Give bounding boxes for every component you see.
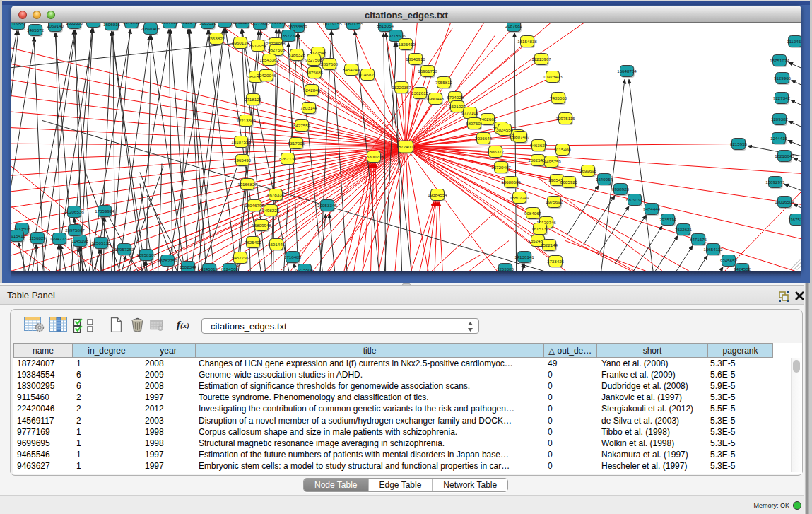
svg-text:8427552: 8427552: [293, 123, 311, 128]
svg-text:16809948: 16809948: [252, 223, 271, 228]
svg-text:1405572: 1405572: [27, 28, 45, 33]
svg-text:7886372: 7886372: [487, 149, 505, 154]
svg-text:17957253: 17957253: [114, 247, 134, 252]
svg-text:16648784: 16648784: [617, 69, 637, 74]
svg-text:3915413: 3915413: [11, 233, 26, 238]
svg-text:2036644: 2036644: [475, 136, 493, 141]
svg-text:8813054: 8813054: [377, 23, 394, 28]
svg-text:1052786: 1052786: [85, 23, 102, 24]
svg-text:10719155: 10719155: [322, 23, 342, 26]
svg-text:15751074: 15751074: [770, 58, 789, 63]
svg-text:1733426: 1733426: [547, 259, 565, 264]
svg-text:18724007: 18724007: [396, 144, 416, 149]
svg-text:16210643: 16210643: [775, 153, 794, 158]
svg-text:8454749: 8454749: [343, 67, 360, 72]
svg-text:2935114: 2935114: [659, 217, 676, 222]
svg-text:11325419: 11325419: [396, 42, 416, 47]
svg-text:12975115: 12975115: [555, 116, 575, 121]
svg-text:9317006: 9317006: [288, 141, 305, 146]
svg-text:12213967: 12213967: [531, 57, 551, 62]
svg-text:10688609: 10688609: [501, 180, 521, 185]
svg-text:1065326: 1065326: [199, 23, 217, 25]
svg-text:1071915: 1071915: [123, 23, 141, 25]
svg-text:20975867: 20975867: [65, 228, 85, 233]
svg-text:1606016: 1606016: [103, 23, 121, 27]
svg-text:8960124: 8960124: [232, 40, 249, 45]
svg-text:3875685: 3875685: [306, 70, 324, 75]
svg-text:6879197: 6879197: [626, 197, 644, 202]
svg-text:16782759: 16782759: [158, 258, 177, 263]
svg-text:9327508: 9327508: [305, 57, 323, 62]
svg-text:8990448: 8990448: [427, 96, 445, 101]
svg-text:7663822: 7663822: [208, 36, 225, 41]
svg-text:1691445: 1691445: [268, 242, 286, 247]
svg-text:9242848: 9242848: [303, 88, 321, 93]
svg-text:1975692: 1975692: [546, 199, 563, 204]
svg-text:8471676: 8471676: [690, 237, 707, 242]
svg-text:7632621: 7632621: [675, 227, 693, 232]
svg-text:8678334: 8678334: [267, 192, 285, 197]
svg-text:9463627: 9463627: [530, 143, 548, 148]
svg-text:9827503: 9827503: [268, 47, 286, 52]
svg-text:16154838: 16154838: [517, 39, 537, 44]
svg-text:10958107: 10958107: [136, 252, 156, 257]
svg-text:2087682: 2087682: [505, 23, 523, 28]
svg-text:16033809: 16033809: [288, 24, 307, 29]
svg-text:10973493: 10973493: [543, 74, 563, 79]
svg-text:9245652: 9245652: [720, 258, 738, 263]
svg-text:15692971: 15692971: [765, 180, 785, 185]
svg-text:10807487: 10807487: [510, 134, 530, 139]
svg-text:15720407: 15720407: [491, 165, 511, 170]
svg-text:16961758: 16961758: [418, 69, 437, 74]
svg-text:8267130: 8267130: [279, 156, 297, 161]
svg-text:18807249: 18807249: [510, 195, 529, 200]
svg-text:10671355: 10671355: [343, 23, 363, 26]
svg-text:2109557: 2109557: [11, 23, 27, 26]
svg-text:22420046: 22420046: [257, 73, 276, 78]
svg-text:9457791: 9457791: [232, 255, 249, 260]
svg-text:8186328: 8186328: [288, 52, 306, 57]
svg-text:2867608: 2867608: [321, 62, 339, 66]
svg-text:9084067: 9084067: [524, 211, 542, 216]
svg-text:9146821: 9146821: [359, 72, 377, 77]
svg-text:15272602: 15272602: [250, 23, 270, 26]
svg-text:7485063: 7485063: [550, 95, 567, 100]
svg-text:5498222: 5498222: [262, 208, 280, 213]
svg-text:19218506: 19218506: [386, 33, 406, 38]
svg-text:1965493: 1965493: [234, 158, 252, 163]
svg-text:1615132: 1615132: [531, 226, 549, 231]
svg-text:1244415: 1244415: [770, 136, 788, 141]
svg-text:7515546: 7515546: [180, 23, 198, 25]
svg-text:9129966: 9129966: [774, 76, 792, 81]
svg-text:1067135: 1067135: [161, 23, 179, 25]
svg-text:9699695: 9699695: [579, 168, 597, 173]
svg-text:17016504: 17016504: [775, 199, 794, 204]
svg-text:12942737: 12942737: [49, 236, 69, 241]
svg-text:7955812: 7955812: [435, 80, 453, 85]
svg-text:1603380: 1603380: [66, 23, 83, 25]
svg-text:14136141: 14136141: [514, 255, 534, 259]
svg-text:14495759: 14495759: [541, 159, 561, 164]
svg-text:16543362: 16543362: [259, 57, 279, 62]
svg-text:1502344: 1502344: [180, 264, 197, 269]
svg-text:2069140: 2069140: [47, 23, 64, 28]
svg-text:16037224: 16037224: [215, 23, 235, 24]
svg-text:18640910: 18640910: [406, 57, 425, 62]
svg-text:7803144: 7803144: [300, 105, 318, 110]
svg-text:1145193: 1145193: [71, 238, 88, 243]
svg-text:8124503: 8124503: [221, 267, 239, 271]
svg-text:9215504: 9215504: [296, 267, 314, 271]
svg-text:1640954: 1640954: [596, 177, 613, 182]
svg-text:8215955: 8215955: [730, 141, 748, 146]
svg-text:17359924: 17359924: [95, 209, 114, 214]
svg-text:8605923: 8605923: [560, 180, 578, 185]
svg-text:9424502: 9424502: [734, 267, 751, 271]
svg-text:15300203: 15300203: [364, 154, 384, 159]
svg-text:6794028: 6794028: [447, 95, 464, 100]
svg-text:1716485: 1716485: [284, 255, 302, 259]
svg-text:2718126: 2718126: [245, 97, 262, 102]
svg-text:10654112: 10654112: [703, 247, 723, 252]
svg-text:12213369: 12213369: [236, 118, 256, 123]
svg-text:9245012: 9245012: [201, 267, 218, 271]
svg-text:12505135: 12505135: [91, 240, 111, 245]
